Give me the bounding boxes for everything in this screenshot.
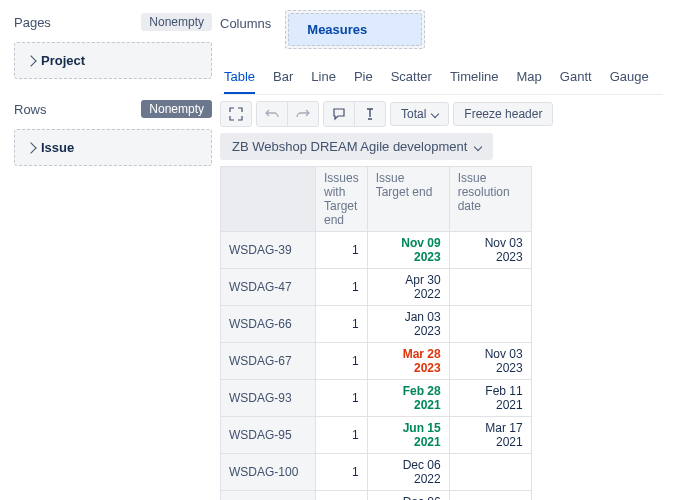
chevron-right-icon bbox=[25, 55, 36, 66]
row-id[interactable]: WSDAG-47 bbox=[221, 269, 316, 306]
context-selector[interactable]: ZB Webshop DREAM Agile development bbox=[220, 133, 493, 160]
tab-pie[interactable]: Pie bbox=[354, 63, 373, 94]
rows-section-title: Rows bbox=[14, 102, 47, 117]
redo-button[interactable] bbox=[287, 102, 318, 126]
rows-item-issue[interactable]: Issue bbox=[15, 130, 211, 165]
comment-button[interactable] bbox=[324, 102, 354, 126]
cell-count: 1 bbox=[316, 269, 368, 306]
cell-count: 1 bbox=[316, 232, 368, 269]
total-dropdown[interactable]: Total bbox=[390, 102, 449, 126]
table-row[interactable]: WSDAG-391Nov 09 2023Nov 03 2023 bbox=[221, 232, 532, 269]
cell-target: Apr 30 2022 bbox=[367, 269, 449, 306]
freeze-header-button[interactable]: Freeze header bbox=[453, 102, 553, 126]
format-button[interactable] bbox=[354, 102, 385, 126]
columns-measures-pill[interactable]: Measures bbox=[288, 13, 422, 46]
chevron-down-icon bbox=[431, 110, 439, 118]
cell-target: Feb 28 2021 bbox=[367, 380, 449, 417]
columns-section-title: Columns bbox=[220, 10, 271, 31]
tab-table[interactable]: Table bbox=[224, 63, 255, 94]
tab-line[interactable]: Line bbox=[311, 63, 336, 94]
pages-item-label: Project bbox=[41, 53, 85, 68]
cell-target: Dec 06 2022 bbox=[367, 491, 449, 501]
cell-target: Mar 28 2023 bbox=[367, 343, 449, 380]
cell-resolution bbox=[449, 269, 531, 306]
format-icon bbox=[363, 107, 377, 121]
cell-count: 1 bbox=[316, 380, 368, 417]
undo-button[interactable] bbox=[257, 102, 287, 126]
freeze-header-label: Freeze header bbox=[464, 107, 542, 121]
pages-section-title: Pages bbox=[14, 15, 51, 30]
table-row[interactable]: WSDAG-931Feb 28 2021Feb 11 2021 bbox=[221, 380, 532, 417]
col-header[interactable]: Issue resolution date bbox=[449, 167, 531, 232]
table-row[interactable]: WSDAG-661Jan 03 2023 bbox=[221, 306, 532, 343]
pages-item-project[interactable]: Project bbox=[15, 43, 211, 78]
context-label: ZB Webshop DREAM Agile development bbox=[232, 139, 467, 154]
cell-count: 1 bbox=[316, 454, 368, 491]
cell-target: Nov 09 2023 bbox=[367, 232, 449, 269]
columns-dropzone[interactable]: Measures bbox=[285, 10, 425, 49]
pages-dropzone[interactable]: Project bbox=[14, 42, 212, 79]
cell-target: Dec 06 2022 bbox=[367, 454, 449, 491]
tab-gauge[interactable]: Gauge bbox=[610, 63, 649, 94]
tab-gantt[interactable]: Gantt bbox=[560, 63, 592, 94]
col-header[interactable]: Issue Target end bbox=[367, 167, 449, 232]
cell-resolution: Nov 03 2023 bbox=[449, 232, 531, 269]
row-id[interactable]: WSDAG-66 bbox=[221, 306, 316, 343]
undo-icon bbox=[265, 107, 279, 121]
rows-dropzone[interactable]: Issue bbox=[14, 129, 212, 166]
comment-icon bbox=[332, 107, 346, 121]
cell-resolution: Mar 17 2021 bbox=[449, 417, 531, 454]
col-header[interactable]: Issues with Target end bbox=[316, 167, 368, 232]
redo-icon bbox=[296, 107, 310, 121]
chevron-right-icon bbox=[25, 142, 36, 153]
row-id[interactable]: WSDAG-104 bbox=[221, 491, 316, 501]
cell-resolution bbox=[449, 306, 531, 343]
row-id[interactable]: WSDAG-100 bbox=[221, 454, 316, 491]
chart-type-tabs: TableBarLinePieScatterTimelineMapGanttGa… bbox=[220, 63, 663, 95]
table-row[interactable]: WSDAG-951Jun 15 2021Mar 17 2021 bbox=[221, 417, 532, 454]
rows-nonempty-badge[interactable]: Nonempty bbox=[141, 100, 212, 118]
cell-target: Jun 15 2021 bbox=[367, 417, 449, 454]
total-label: Total bbox=[401, 107, 426, 121]
table-row[interactable]: WSDAG-1001Dec 06 2022 bbox=[221, 454, 532, 491]
row-id[interactable]: WSDAG-67 bbox=[221, 343, 316, 380]
table-row[interactable]: WSDAG-471Apr 30 2022 bbox=[221, 269, 532, 306]
table-corner bbox=[221, 167, 316, 232]
cell-target: Jan 03 2023 bbox=[367, 306, 449, 343]
cell-count: 1 bbox=[316, 417, 368, 454]
tab-map[interactable]: Map bbox=[517, 63, 542, 94]
expand-icon bbox=[229, 107, 243, 121]
row-id[interactable]: WSDAG-95 bbox=[221, 417, 316, 454]
cell-resolution bbox=[449, 454, 531, 491]
table-row[interactable]: WSDAG-1041Dec 06 2022 bbox=[221, 491, 532, 501]
tab-scatter[interactable]: Scatter bbox=[391, 63, 432, 94]
row-id[interactable]: WSDAG-39 bbox=[221, 232, 316, 269]
cell-count: 1 bbox=[316, 306, 368, 343]
cell-count: 1 bbox=[316, 491, 368, 501]
tab-bar[interactable]: Bar bbox=[273, 63, 293, 94]
cell-resolution: Feb 11 2021 bbox=[449, 380, 531, 417]
cell-resolution: Nov 03 2023 bbox=[449, 343, 531, 380]
tab-timeline[interactable]: Timeline bbox=[450, 63, 499, 94]
pages-nonempty-badge[interactable]: Nonempty bbox=[141, 13, 212, 31]
row-id[interactable]: WSDAG-93 bbox=[221, 380, 316, 417]
chevron-down-icon bbox=[474, 142, 482, 150]
cell-resolution bbox=[449, 491, 531, 501]
table-row[interactable]: WSDAG-671Mar 28 2023Nov 03 2023 bbox=[221, 343, 532, 380]
cell-count: 1 bbox=[316, 343, 368, 380]
expand-button[interactable] bbox=[221, 102, 251, 126]
data-table: Issues with Target end Issue Target end … bbox=[220, 166, 532, 500]
rows-item-label: Issue bbox=[41, 140, 74, 155]
